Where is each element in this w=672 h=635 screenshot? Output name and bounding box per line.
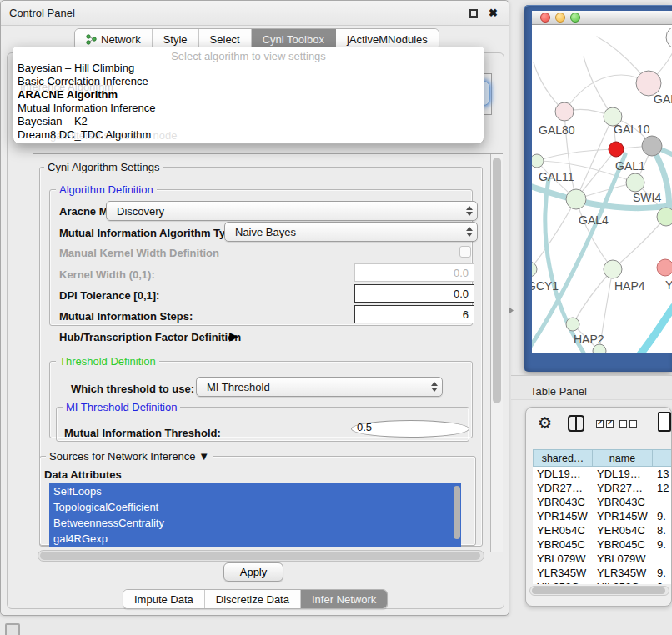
algorithm-option[interactable]: Dream8 DC_TDC Algorithm	[13, 128, 484, 142]
algorithm-option[interactable]: Basic Correlation Inference	[13, 75, 484, 88]
close-traffic-light-icon[interactable]	[540, 12, 550, 22]
network-edge[interactable]	[640, 307, 672, 352]
table-cell	[653, 552, 671, 566]
apply-button[interactable]: Apply	[223, 562, 283, 582]
column-header-name[interactable]: name	[593, 449, 653, 467]
splitter-handle-icon[interactable]	[509, 307, 514, 314]
deselect-all-columns-icon[interactable]	[619, 420, 637, 428]
table-horizontal-scrollbar[interactable]	[529, 586, 669, 596]
network-node[interactable]	[555, 102, 574, 121]
manual-kernel-checkbox[interactable]	[459, 246, 471, 258]
node-label: GAL11	[539, 170, 574, 183]
table-cell: 13	[653, 467, 671, 481]
table-row[interactable]: YDL19…YDL19…13	[533, 467, 671, 481]
minimize-traffic-light-icon[interactable]	[555, 12, 565, 22]
network-node[interactable]	[657, 208, 672, 226]
gear-icon[interactable]: ⚙	[538, 414, 552, 432]
tab-infer-network[interactable]: Infer Network	[301, 590, 387, 608]
tab-label: jActiveMNodules	[347, 33, 428, 46]
column-view-icon[interactable]	[568, 415, 584, 432]
table-row[interactable]: YBR043CYBR043C	[533, 495, 671, 509]
column-header-cropped[interactable]	[653, 449, 671, 467]
data-attributes-label: Data Attributes	[44, 468, 122, 481]
aracne-mode-select[interactable]: Discovery	[106, 201, 478, 221]
which-threshold-select[interactable]: MI Threshold	[196, 377, 443, 397]
network-node[interactable]	[566, 318, 579, 331]
close-icon[interactable]: ✖	[489, 7, 498, 19]
stepper-icon	[466, 227, 473, 237]
kernel-width-field[interactable]: 0.0	[354, 263, 474, 282]
scrollbar-thumb[interactable]	[40, 552, 480, 560]
table-cell: 9.	[653, 580, 671, 584]
table-cell: YBR043C	[533, 495, 593, 509]
algorithm-option[interactable]: Bayesian – K2	[13, 115, 484, 128]
network-edge[interactable]	[537, 149, 616, 161]
table-row[interactable]: YBL079WYBL079W	[533, 552, 671, 566]
node-label: GAL1	[615, 159, 645, 172]
tab-impute-data[interactable]: Impute Data	[123, 590, 205, 608]
data-attribute-item[interactable]: TopologicalCoefficient	[49, 499, 461, 515]
network-node[interactable]	[642, 136, 662, 156]
table-row[interactable]: YPR145WYPR145W9.	[533, 509, 671, 523]
table-cell: YBR045C	[593, 538, 653, 552]
aracne-mode-value: Discovery	[117, 205, 164, 218]
network-node[interactable]	[626, 173, 644, 192]
tab-label: Impute Data	[134, 593, 193, 606]
network-edge[interactable]	[613, 217, 666, 269]
network-node[interactable]	[532, 262, 537, 277]
export-table-icon[interactable]	[658, 412, 671, 432]
vertical-scrollbar[interactable]	[490, 154, 503, 552]
list-scrollbar-thumb[interactable]	[454, 486, 460, 539]
data-attribute-item[interactable]: BetweennessCentrality	[49, 515, 461, 531]
network-node[interactable]	[657, 259, 672, 276]
algorithm-option[interactable]: ARACNE Algorithm	[13, 88, 484, 102]
network-node[interactable]	[532, 154, 544, 168]
mi-threshold-group-title: MI Threshold Definition	[63, 401, 180, 413]
network-window-titlebar[interactable]	[532, 11, 672, 25]
network-node[interactable]	[609, 142, 624, 157]
network-edge[interactable]	[532, 199, 576, 269]
table-cell: YDR27…	[533, 481, 593, 495]
network-canvas[interactable]: GAL7GAL80GAL10GAL1GAL11GAL4SWI4GCY1HAP4Y…	[532, 25, 672, 352]
network-edge[interactable]	[576, 117, 613, 199]
tab-label: Select	[210, 33, 240, 46]
data-attribute-item[interactable]: SelfLoops	[49, 483, 461, 499]
mi-steps-field[interactable]: 6	[354, 305, 474, 323]
table-cell: YLR345W	[593, 566, 653, 580]
dpi-tolerance-field[interactable]: 0.0	[354, 284, 474, 302]
data-attributes-list[interactable]: SelfLoopsTopologicalCoefficientBetweenne…	[49, 483, 461, 547]
network-edge[interactable]	[573, 269, 613, 324]
dock-panel-icon[interactable]	[5, 623, 20, 635]
horizontal-scrollbar[interactable]	[38, 550, 484, 562]
select-all-columns-icon[interactable]	[596, 420, 614, 428]
table-cell: YDR27…	[593, 481, 653, 495]
network-node[interactable]	[566, 189, 586, 209]
column-header-shared-name[interactable]: shared…	[533, 449, 593, 467]
node-label: GAL4	[579, 213, 609, 227]
table-cell: YER054C	[593, 523, 653, 538]
table-row[interactable]: YIL052CYIL052C9.	[533, 580, 671, 584]
sources-group-title: Sources for Network Inference ▼	[46, 450, 213, 462]
float-window-icon[interactable]	[469, 9, 478, 18]
table-row[interactable]: YLR345WYLR345W9.	[533, 566, 671, 580]
table-row[interactable]: YBR045CYBR045C9.	[533, 538, 671, 552]
collapse-arrow-icon[interactable]: ▼	[198, 450, 209, 462]
scrollbar-thumb[interactable]	[493, 158, 501, 403]
mi-type-select[interactable]: Naive Bayes	[224, 222, 478, 242]
algorithm-option[interactable]: Bayesian – Hill Climbing	[13, 62, 484, 75]
mi-threshold-field[interactable]: 0.5	[351, 420, 469, 438]
table-row[interactable]: YER054CYER054C8.	[533, 523, 671, 538]
tab-label: Network	[101, 33, 141, 46]
scrollbar-thumb[interactable]	[532, 588, 665, 594]
data-attribute-item[interactable]: gal4RGexp	[49, 531, 461, 547]
algorithm-option[interactable]: Mutual Information Inference	[13, 102, 484, 115]
table-cell: YDL19…	[533, 467, 593, 481]
zoom-traffic-light-icon[interactable]	[570, 12, 580, 22]
network-node[interactable]	[604, 260, 622, 278]
network-node[interactable]	[666, 26, 672, 49]
tab-label: Discretize Data	[216, 593, 289, 606]
expand-arrow-icon[interactable]: ▶	[229, 329, 238, 342]
table-row[interactable]: YDR27…YDR27…12	[533, 481, 671, 495]
table-cell: YIL052C	[533, 580, 593, 584]
tab-discretize-data[interactable]: Discretize Data	[205, 590, 301, 608]
